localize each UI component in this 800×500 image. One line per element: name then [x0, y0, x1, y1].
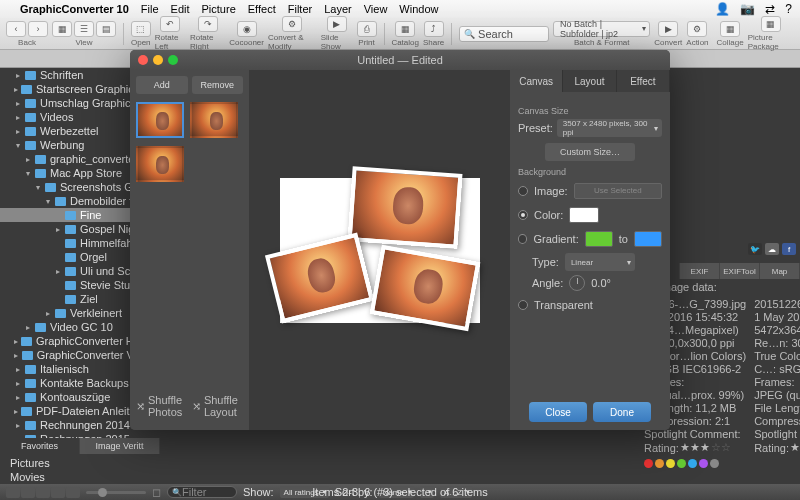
menu-view[interactable]: View: [364, 3, 388, 15]
gradient-to-swatch[interactable]: [634, 231, 662, 247]
close-window-button[interactable]: [138, 55, 148, 65]
bg-image-radio[interactable]: [518, 186, 528, 196]
angle-value: 0.0°: [591, 277, 611, 289]
collage-preview-area[interactable]: [250, 70, 510, 430]
rotate-right-label: Rotate Right: [190, 33, 225, 51]
bg-gradient-label: Gradient:: [533, 233, 578, 245]
menu-layer[interactable]: Layer: [324, 3, 352, 15]
angle-dial[interactable]: [569, 275, 585, 291]
convert-label: Convert: [654, 38, 682, 47]
print-button[interactable]: ⎙: [357, 21, 377, 37]
slideshow-label: Slide Show: [321, 33, 353, 51]
convert-button[interactable]: ▶: [658, 21, 678, 37]
layout-tab[interactable]: Layout: [563, 70, 616, 92]
info-tab-map[interactable]: Map: [760, 263, 800, 279]
gradient-type-dropdown[interactable]: Linear: [565, 253, 635, 271]
share-label: Share: [423, 38, 444, 47]
background-label: Background: [518, 167, 662, 177]
menu-filter[interactable]: Filter: [288, 3, 312, 15]
source-thumb-2[interactable]: [190, 102, 238, 138]
collage-canvas[interactable]: [280, 178, 480, 323]
bg-gradient-radio[interactable]: [518, 234, 527, 244]
filter-input[interactable]: 🔍 Filter: [167, 486, 237, 498]
color-swatch[interactable]: [569, 207, 599, 223]
zoom-slider[interactable]: [86, 491, 146, 494]
favorites-tab[interactable]: Favorites: [0, 438, 80, 454]
collage-photo-2[interactable]: [265, 232, 374, 323]
share-twitter[interactable]: 🐦: [748, 243, 762, 255]
slideshow-button[interactable]: ▶: [327, 16, 347, 32]
fwd-button[interactable]: ›: [28, 21, 48, 37]
rating-stars[interactable]: Rating: ★★★☆☆: [644, 441, 746, 454]
show-label: Show:: [243, 486, 274, 498]
share-button[interactable]: ⤴: [424, 21, 444, 37]
open-button[interactable]: ⬚: [131, 21, 151, 37]
zoom-window-button[interactable]: [168, 55, 178, 65]
color-labels[interactable]: [640, 459, 800, 472]
collage-photo-1[interactable]: [348, 166, 463, 248]
fav-pictures[interactable]: Pictures: [0, 456, 160, 470]
photos-icon[interactable]: 📷: [740, 2, 755, 16]
fav-movies[interactable]: Movies: [0, 470, 160, 484]
dialog-titlebar[interactable]: Untitled — Edited: [130, 50, 670, 70]
rotate-right-button[interactable]: ↷: [198, 16, 218, 32]
menu-picture[interactable]: Picture: [202, 3, 236, 15]
cocooner-button[interactable]: ◉: [237, 21, 257, 37]
done-button[interactable]: Done: [593, 402, 651, 422]
help-icon[interactable]: ?: [785, 2, 792, 16]
bg-transparent-radio[interactable]: [518, 300, 528, 310]
gradient-from-swatch[interactable]: [585, 231, 613, 247]
shuffle-photos-button[interactable]: ⤨Shuffle Photos: [136, 394, 188, 418]
dialog-left-pane: Add Remove ⤨Shuffle Photos ⤨Shuffle Layo…: [130, 70, 250, 430]
app-name[interactable]: GraphicConverter 10: [20, 3, 129, 15]
menu-file[interactable]: File: [141, 3, 159, 15]
preset-dropdown[interactable]: 3507 x 2480 pixels, 300 ppi: [557, 119, 662, 137]
dialog-right-pane: Canvas Layout Effect Canvas Size Preset:…: [510, 70, 670, 430]
share-facebook[interactable]: f: [782, 243, 796, 255]
info-tab-exiftool[interactable]: EXIFTool: [720, 263, 760, 279]
convert-modify-button[interactable]: ⚙: [282, 16, 302, 32]
shuffle-layout-button[interactable]: ⤨Shuffle Layout: [192, 394, 243, 418]
menu-effect[interactable]: Effect: [248, 3, 276, 15]
share-other[interactable]: ☁: [765, 243, 779, 255]
collage-label: Collage: [717, 38, 744, 47]
convert-modify-label: Convert & Modify: [268, 33, 317, 51]
bg-color-radio[interactable]: [518, 210, 528, 220]
menu-window[interactable]: Window: [399, 3, 438, 15]
picture-package-button[interactable]: ▦: [761, 16, 781, 32]
canvas-tab[interactable]: Canvas: [510, 70, 563, 92]
close-button[interactable]: Close: [529, 402, 587, 422]
custom-size-button[interactable]: Custom Size…: [545, 143, 635, 161]
search-input[interactable]: 🔍 Search: [459, 26, 549, 42]
rating-stars[interactable]: Rating: ★★★☆☆: [754, 441, 800, 454]
remove-button[interactable]: Remove: [192, 76, 244, 94]
user-icon[interactable]: 👤: [715, 2, 730, 16]
source-thumb-3[interactable]: [136, 146, 184, 182]
effect-tab[interactable]: Effect: [617, 70, 670, 92]
back-button[interactable]: ‹: [6, 21, 26, 37]
bg-transparent-label: Transparent: [534, 299, 593, 311]
view-switcher[interactable]: [6, 487, 80, 498]
info-tab-exif[interactable]: EXIF: [680, 263, 720, 279]
collage-button[interactable]: ▦: [720, 21, 740, 37]
dialog-title: Untitled — Edited: [357, 54, 443, 66]
collage-photo-3[interactable]: [370, 244, 481, 330]
rotate-left-label: Rotate Left: [155, 33, 186, 51]
status-bar: ◻ 🔍 Filter Show: All ratings Sort by: Na…: [0, 484, 800, 500]
batch-dropdown[interactable]: No Batch | Subfolder | jp2: [553, 21, 650, 37]
source-thumb-1[interactable]: [136, 102, 184, 138]
catalog-button[interactable]: ▦: [395, 21, 415, 37]
view-btn-2[interactable]: ☰: [74, 21, 94, 37]
minimize-window-button[interactable]: [153, 55, 163, 65]
preset-label: Preset:: [518, 122, 553, 134]
menu-edit[interactable]: Edit: [171, 3, 190, 15]
add-button[interactable]: Add: [136, 76, 188, 94]
image-tab[interactable]: Image Veritt: [80, 438, 160, 454]
action-button[interactable]: ⚙: [687, 21, 707, 37]
view-btn-3[interactable]: ▤: [96, 21, 116, 37]
switch-icon[interactable]: ⇄: [765, 2, 775, 16]
view-btn-1[interactable]: ▦: [52, 21, 72, 37]
canvas-size-label: Canvas Size: [518, 106, 662, 116]
rotate-left-button[interactable]: ↶: [160, 16, 180, 32]
status-text: Items 2-3, 6 (#3) selected of 6 items: [312, 486, 487, 498]
